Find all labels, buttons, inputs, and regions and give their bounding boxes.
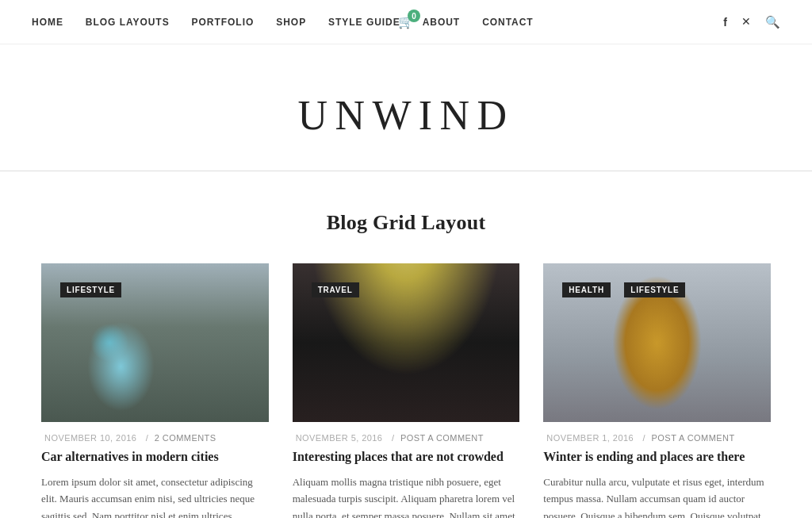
tag-health[interactable]: HEALTH xyxy=(562,282,611,297)
blog-card: TRAVELNOVEMBER 5, 2016 / POST A COMMENTI… xyxy=(293,263,520,518)
nav-links: HOMEBLOG LAYOUTSPORTFOLIOSHOPSTYLE GUIDE… xyxy=(32,17,534,28)
post-title[interactable]: Car alternatives in modern cities xyxy=(41,449,269,466)
blog-card: LIFESTYLENOVEMBER 10, 2016 / 2 COMMENTSC… xyxy=(41,263,269,518)
post-title[interactable]: Interesting places that are not crowded xyxy=(293,449,520,466)
section-title: Blog Grid Layout xyxy=(41,211,771,235)
hero-section: UNWIND xyxy=(0,44,812,171)
site-title: UNWIND xyxy=(16,92,796,139)
nav-link-home[interactable]: HOME xyxy=(32,17,63,28)
blog-grid: LIFESTYLENOVEMBER 10, 2016 / 2 COMMENTSC… xyxy=(41,263,771,518)
navigation: HOMEBLOG LAYOUTSPORTFOLIOSHOPSTYLE GUIDE… xyxy=(0,0,812,44)
post-date: NOVEMBER 5, 2016 xyxy=(296,433,383,443)
nav-link-blog-layouts[interactable]: BLOG LAYOUTS xyxy=(86,17,170,28)
post-date: NOVEMBER 1, 2016 xyxy=(546,433,634,443)
nav-link-contact[interactable]: CONTACT xyxy=(482,17,534,28)
card-meta: NOVEMBER 5, 2016 / POST A COMMENT xyxy=(293,433,520,443)
tag-lifestyle[interactable]: LIFESTYLE xyxy=(624,282,685,297)
tag-travel[interactable]: TRAVEL xyxy=(312,282,359,297)
post-excerpt: Aliquam mollis magna tristique nibh posu… xyxy=(293,474,520,518)
nav-link-shop[interactable]: SHOP xyxy=(276,17,306,28)
nav-link-portfolio[interactable]: PORTFOLIO xyxy=(192,17,255,28)
card-meta: NOVEMBER 10, 2016 / 2 COMMENTS xyxy=(41,433,269,443)
facebook-icon[interactable]: f xyxy=(723,16,727,29)
post-excerpt: Lorem ipsum dolor sit amet, consectetur … xyxy=(41,474,269,518)
main-content: Blog Grid Layout LIFESTYLENOVEMBER 10, 2… xyxy=(25,171,787,518)
card-meta: NOVEMBER 1, 2016 / POST A COMMENT xyxy=(543,433,771,443)
card-image-wrap[interactable]: TRAVEL xyxy=(293,263,520,422)
post-date: NOVEMBER 10, 2016 xyxy=(44,433,136,443)
nav-link-about[interactable]: ABOUT xyxy=(423,17,460,28)
nav-link-style-guide[interactable]: STYLE GUIDE xyxy=(328,17,400,28)
post-title[interactable]: Winter is ending and places are there xyxy=(543,449,771,466)
nav-center: 🛒 0 xyxy=(398,14,414,29)
blog-card: HEALTHLIFESTYLENOVEMBER 1, 2016 / POST A… xyxy=(543,263,771,518)
post-comment-link[interactable]: 2 COMMENTS xyxy=(155,433,216,443)
card-image-wrap[interactable]: LIFESTYLE xyxy=(41,263,269,422)
cart-button[interactable]: 🛒 0 xyxy=(398,14,414,29)
card-image-wrap[interactable]: HEALTHLIFESTYLE xyxy=(543,263,771,422)
post-comment-link[interactable]: POST A COMMENT xyxy=(652,433,735,443)
cart-badge: 0 xyxy=(408,10,420,22)
search-icon[interactable]: 🔍 xyxy=(765,15,780,29)
nav-right: f ✕ 🔍 xyxy=(723,15,780,29)
post-comment-link[interactable]: POST A COMMENT xyxy=(400,433,484,443)
twitter-icon[interactable]: ✕ xyxy=(741,15,751,29)
post-excerpt: Curabitur nulla arcu, vulputate et risus… xyxy=(543,474,771,518)
tag-lifestyle[interactable]: LIFESTYLE xyxy=(60,282,121,297)
